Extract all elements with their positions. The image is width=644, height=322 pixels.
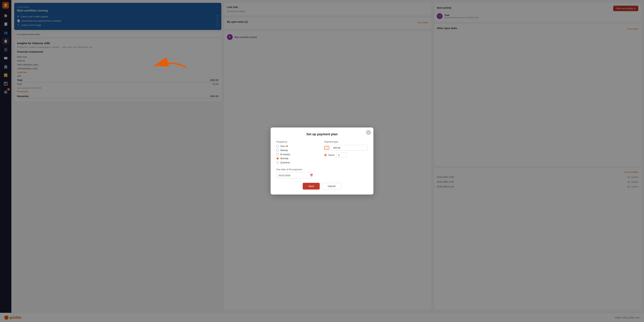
frequency-bi-weekly[interactable]: Bi weekly (276, 153, 320, 156)
payment-type-label: Payment type (324, 140, 368, 143)
frequency-weekly[interactable]: Weekly (276, 149, 320, 152)
terms-input[interactable] (336, 152, 347, 158)
frequency-weekly-label: Weekly (280, 149, 288, 152)
cancel-button[interactable]: Cancel (322, 183, 341, 190)
due-date-section: Due date of first payment 📅 (276, 168, 368, 179)
modal-overlay: ✕ Set up payment plan Frequency One off … (0, 0, 644, 322)
payment-type-radio-amount[interactable] (326, 147, 328, 149)
frequency-bi-weekly-label: Bi weekly (280, 153, 290, 156)
frequency-radio-monthly[interactable] (276, 157, 279, 160)
frequency-radio-bi-weekly[interactable] (276, 153, 279, 156)
terms-radio-item[interactable]: Terms (324, 154, 334, 156)
due-date-input-wrap: 📅 (276, 172, 312, 179)
terms-label: Terms (328, 154, 334, 156)
payment-type-amount-row (324, 145, 368, 151)
due-date-input[interactable] (278, 174, 308, 177)
frequency-quarterly-label: Quarterly (280, 161, 290, 164)
frequency-section: Frequency One off Weekly Bi weekly (276, 140, 320, 164)
modal-footer: Save Cancel (276, 183, 368, 190)
frequency-monthly-label: Monthly (280, 157, 288, 160)
due-date-label: Due date of first payment (276, 168, 368, 171)
amount-radio-highlighted (324, 146, 329, 150)
payment-type-radio-terms[interactable] (324, 154, 327, 156)
frequency-one-off-label: One off (280, 145, 288, 148)
modal-title: Set up payment plan (276, 132, 368, 136)
save-button[interactable]: Save (303, 183, 320, 190)
calendar-icon[interactable]: 📅 (310, 174, 313, 177)
frequency-radio-group: One off Weekly Bi weekly Monthly (276, 145, 320, 164)
modal-close-button[interactable]: ✕ (366, 130, 371, 135)
payment-plan-modal: ✕ Set up payment plan Frequency One off … (270, 128, 374, 194)
frequency-label: Frequency (276, 140, 320, 143)
frequency-quarterly[interactable]: Quarterly (276, 161, 320, 164)
terms-row: Terms (324, 152, 368, 158)
payment-type-section: Payment type Terms (324, 140, 368, 164)
frequency-radio-quarterly[interactable] (276, 161, 279, 164)
amount-input-wrap (331, 145, 368, 151)
frequency-radio-one-off[interactable] (276, 145, 279, 148)
frequency-one-off[interactable]: One off (276, 145, 320, 148)
frequency-monthly[interactable]: Monthly (276, 157, 320, 160)
modal-body: Frequency One off Weekly Bi weekly (276, 140, 368, 164)
frequency-radio-weekly[interactable] (276, 149, 279, 152)
amount-input[interactable] (331, 145, 368, 151)
